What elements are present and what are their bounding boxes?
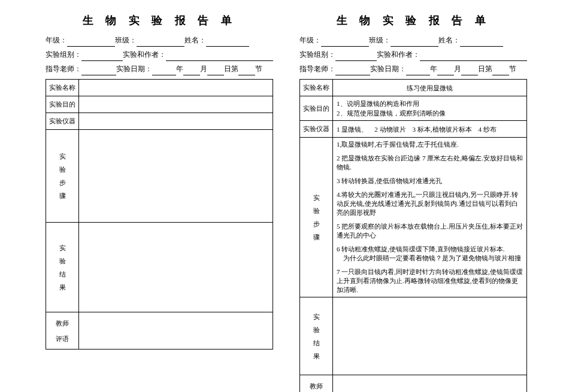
- step-row[interactable]: 6 转动粗准焦螺旋,使镜筒缓缓下降,直到物镜接近玻片标本. 为什么此时眼睛一定要…: [333, 242, 526, 265]
- author-blank[interactable]: [420, 51, 527, 61]
- exp-name-cell[interactable]: 练习使用显微镜: [333, 80, 527, 96]
- step-row[interactable]: [79, 196, 273, 209]
- grade-label: 年级：: [46, 34, 67, 47]
- instruments-label: 实验仪器: [46, 113, 79, 130]
- name-blank[interactable]: [206, 37, 249, 47]
- right-table: 实验名称练习使用显微镜 实验目的1、说明显微镜的构造和作用2、规范使用显微镜，观…: [299, 79, 527, 392]
- author-label: 实验和作者：: [123, 48, 166, 61]
- class-blank[interactable]: [137, 37, 184, 47]
- step-row[interactable]: 1,取显微镜时,右手握住镜臂,左手托住镜座.: [333, 138, 526, 151]
- instruments-cell[interactable]: [79, 113, 273, 130]
- left-header: 年级： 班级： 姓名： 实验组别： 实验和作者： 指导老师： 实验日期：年 月 …: [46, 34, 273, 75]
- results-cell[interactable]: [79, 223, 273, 312]
- group-label: 实验组别：: [299, 48, 335, 61]
- step-row[interactable]: 5 把所要观察的玻片标本放在载物台上.用压片夹压住,标本要正对通光孔的中心: [333, 220, 526, 242]
- day-blank[interactable]: [207, 66, 224, 75]
- period-blank[interactable]: [492, 66, 509, 75]
- year-label: 年: [430, 62, 437, 75]
- teacher-comment-cell[interactable]: [333, 375, 527, 393]
- teacher-comment-cell[interactable]: [79, 312, 273, 350]
- month-label: 月: [454, 62, 461, 75]
- results-label: 实验结果: [46, 223, 79, 312]
- class-blank[interactable]: [391, 37, 438, 47]
- exp-name-label: 实验名称: [300, 80, 333, 96]
- author-label: 实验和作者：: [377, 48, 420, 61]
- page-title: 生 物 实 验 报 告 单: [299, 13, 527, 28]
- teacher-blank[interactable]: [335, 66, 370, 75]
- purpose-label: 实验目的: [300, 96, 333, 121]
- step-row[interactable]: [79, 209, 273, 222]
- year-label: 年: [176, 62, 183, 75]
- exp-name-cell[interactable]: [79, 80, 273, 96]
- month-blank[interactable]: [183, 66, 200, 75]
- page-title: 生 物 实 验 报 告 单: [46, 13, 273, 28]
- purpose-cell[interactable]: [79, 96, 273, 113]
- name-blank[interactable]: [460, 37, 503, 47]
- period-label: 节: [255, 62, 262, 75]
- period-blank[interactable]: [238, 66, 255, 75]
- month-label: 月: [200, 62, 207, 75]
- exp-name-label: 实验名称: [46, 80, 79, 96]
- year-blank[interactable]: [406, 66, 430, 75]
- step-row[interactable]: [79, 130, 273, 143]
- class-label: 班级：: [115, 34, 137, 47]
- day-label: 日第: [224, 62, 238, 75]
- step-row[interactable]: [79, 143, 273, 156]
- teacher-blank[interactable]: [81, 66, 116, 75]
- results-cell[interactable]: [333, 297, 527, 375]
- grade-blank[interactable]: [67, 37, 115, 47]
- right-form: 生 物 实 验 报 告 单 年级： 班级： 姓名： 实验组别： 实验和作者： 指…: [299, 13, 527, 392]
- left-table: 实验名称 实验目的 实验仪器 实验步骤 实验结果: [46, 79, 273, 350]
- group-label: 实验组别：: [46, 48, 81, 61]
- date-label: 实验日期：: [116, 62, 152, 75]
- step-row[interactable]: 4.将较大的光圈对准通光孔,一只眼注视目镜内,另一只眼睁开.转动反光镜,使光线通…: [333, 188, 526, 220]
- year-blank[interactable]: [152, 66, 176, 75]
- right-header: 年级： 班级： 姓名： 实验组别： 实验和作者： 指导老师： 实验日期：年 月 …: [299, 34, 527, 75]
- day-label: 日第: [478, 62, 492, 75]
- steps-label: 实验步骤: [46, 130, 79, 223]
- teacher-comment-label: 教师评语: [46, 312, 79, 350]
- class-label: 班级：: [369, 34, 391, 47]
- teacher-label: 指导老师：: [299, 62, 335, 75]
- teacher-label: 指导老师：: [46, 62, 81, 75]
- results-label: 实验结果: [300, 297, 333, 375]
- left-form: 生 物 实 验 报 告 单 年级： 班级： 姓名： 实验组别： 实验和作者： 指…: [46, 13, 273, 392]
- grade-blank[interactable]: [321, 37, 369, 47]
- step-row[interactable]: 2 把显微镜放在实验台距边缘 7 厘米左右处,略偏左.安放好目镜和物镜.: [333, 151, 526, 174]
- step-row[interactable]: [79, 183, 273, 196]
- steps-label: 实验步骤: [300, 138, 333, 297]
- name-label: 姓名：: [438, 34, 460, 47]
- name-label: 姓名：: [184, 34, 206, 47]
- step-row[interactable]: 3 转动转换器,使低倍物镜对准通光孔: [333, 174, 526, 188]
- instruments-label: 实验仪器: [300, 121, 333, 138]
- purpose-label: 实验目的: [46, 96, 79, 113]
- step-row[interactable]: [79, 156, 273, 169]
- purpose-cell[interactable]: 1、说明显微镜的构造和作用2、规范使用显微镜，观察到清晰的像: [333, 96, 527, 121]
- date-label: 实验日期：: [370, 62, 406, 75]
- grade-label: 年级：: [299, 34, 321, 47]
- teacher-comment-label: 教师评语: [300, 375, 333, 393]
- author-blank[interactable]: [166, 51, 273, 61]
- group-blank[interactable]: [335, 51, 377, 61]
- period-label: 节: [509, 62, 516, 75]
- step-row[interactable]: 7 一只眼向目镜内看,同时逆时针方向转动粗准焦螺旋,使镜筒缓缓上升直到看清物像为…: [333, 265, 526, 297]
- group-blank[interactable]: [81, 51, 123, 61]
- step-row[interactable]: [79, 169, 273, 183]
- steps-subtable: [79, 130, 273, 222]
- month-blank[interactable]: [437, 66, 454, 75]
- instruments-cell[interactable]: 1 显微镜、 2 动物玻片 3 标本,植物玻片标本 4 纱布: [333, 121, 527, 138]
- day-blank[interactable]: [461, 66, 478, 75]
- steps-subtable: 1,取显微镜时,右手握住镜臂,左手托住镜座. 2 把显微镜放在实验台距边缘 7 …: [333, 138, 526, 297]
